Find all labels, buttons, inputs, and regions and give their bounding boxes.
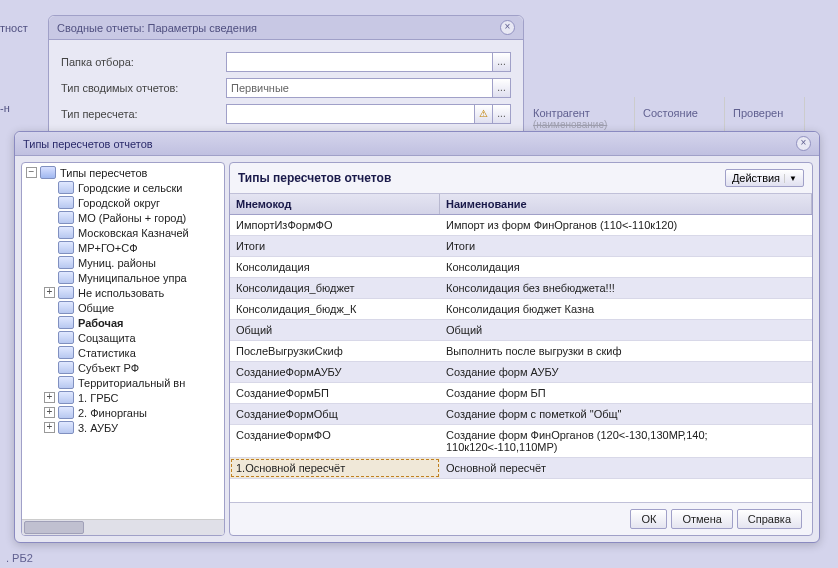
folder-icon [58,271,74,284]
tree-root[interactable]: − Типы пересчетов [22,165,224,180]
tree-item-label: Городские и сельски [78,182,182,194]
folder-icon [58,346,74,359]
tree-item-label: 2. Финорганы [78,407,147,419]
table-row[interactable]: Консолидация_бюдж_ККонсолидация бюджет К… [230,299,812,320]
table-row[interactable]: СозданиеФормОбщСоздание форм с пометкой … [230,404,812,425]
actions-button[interactable]: Действия ▼ [725,169,804,187]
tree-item-label: Статистика [78,347,136,359]
recalc-type-label: Тип пересчета: [61,108,226,120]
tree-item-label: Территориальный вн [78,377,185,389]
tree-item-label: Общие [78,302,114,314]
warning-icon[interactable]: ⚠ [475,104,493,124]
tree-item[interactable]: Муниц. районы [22,255,224,270]
cell-mnemocode: Общий [230,320,440,340]
horizontal-scrollbar[interactable] [22,519,224,535]
cell-name: Импорт из форм ФинОрганов (110<-110к120) [440,215,812,235]
tree-item-label: Московская Казначей [78,227,189,239]
folder-icon [58,316,74,329]
tree-item-label: Муниципальное упра [78,272,187,284]
cell-name: Общий [440,320,812,340]
table-row[interactable]: СозданиеФормАУБУСоздание форм АУБУ [230,362,812,383]
tree-panel: − Типы пересчетов Городские и сельскиГор… [21,162,225,536]
cell-name: Консолидация без внебюджета!!! [440,278,812,298]
table-row[interactable]: ПослеВыгрузкиСкифВыполнить после выгрузк… [230,341,812,362]
recalc-picker-button[interactable]: ... [493,104,511,124]
folder-picker-button[interactable]: ... [493,52,511,72]
tree-item[interactable]: Статистика [22,345,224,360]
tree-item-label: МО (Районы + город) [78,212,186,224]
tree-item[interactable]: Муниципальное упра [22,270,224,285]
help-button[interactable]: Справка [737,509,802,529]
folder-icon [58,226,74,239]
table-row[interactable]: КонсолидацияКонсолидация [230,257,812,278]
cell-mnemocode: СозданиеФормБП [230,383,440,403]
expand-icon[interactable]: + [44,407,55,418]
folder-icon [58,211,74,224]
tree-item-label: 1. ГРБС [78,392,119,404]
tree-item-label: Не использовать [78,287,164,299]
folder-icon [58,361,74,374]
table-row[interactable]: СозданиеФормБПСоздание форм БП [230,383,812,404]
bottom-fragment: . РБ2 [6,552,33,564]
tree-item-label: Соцзащита [78,332,136,344]
folder-input[interactable] [226,52,493,72]
table-row[interactable]: ИмпортИзФормФОИмпорт из форм ФинОрганов … [230,215,812,236]
folder-icon [58,241,74,254]
table-row[interactable]: 1.Основной пересчётОсновной пересчёт [230,458,812,479]
folder-label: Папка отбора: [61,56,226,68]
tree-item[interactable]: +1. ГРБС [22,390,224,405]
table-row[interactable]: ОбщийОбщий [230,320,812,341]
cell-name: Основной пересчёт [440,458,812,478]
collapse-icon[interactable]: − [26,167,37,178]
table-row[interactable]: СозданиеФормФОСоздание форм ФинОрганов (… [230,425,812,458]
folder-icon [58,331,74,344]
tree-item[interactable]: МО (Районы + город) [22,210,224,225]
recalc-type-input[interactable] [226,104,475,124]
folder-icon [58,406,74,419]
cell-mnemocode: Консолидация [230,257,440,277]
table-row[interactable]: ИтогиИтоги [230,236,812,257]
tree-item[interactable]: Субъект РФ [22,360,224,375]
tree-item[interactable]: Соцзащита [22,330,224,345]
folder-icon [58,181,74,194]
tree-item[interactable]: Рабочая [22,315,224,330]
chevron-down-icon: ▼ [784,174,797,183]
tree-item[interactable]: +2. Финорганы [22,405,224,420]
cell-mnemocode: СозданиеФормФО [230,425,440,457]
expand-icon[interactable]: + [44,287,55,298]
cell-name: Создание форм БП [440,383,812,403]
cell-name: Создание форм с пометкой "Общ" [440,404,812,424]
tree-item[interactable]: МР+ГО+СФ [22,240,224,255]
grid-panel: Типы пересчетов отчетов Действия ▼ Мнемо… [229,162,813,536]
tree-item[interactable]: Территориальный вн [22,375,224,390]
recalc-types-dialog: Типы пересчетов отчетов × − Типы пересче… [14,131,820,543]
cell-mnemocode: ИмпортИзФормФО [230,215,440,235]
tree-item[interactable]: Городские и сельски [22,180,224,195]
dialog-title: Типы пересчетов отчетов [23,138,153,150]
tree-item[interactable]: +3. АУБУ [22,420,224,435]
expand-icon[interactable]: + [44,392,55,403]
ok-button[interactable]: ОК [630,509,667,529]
report-type-input[interactable] [226,78,493,98]
tree-item-label: Субъект РФ [78,362,139,374]
cancel-button[interactable]: Отмена [671,509,732,529]
folder-icon [58,421,74,434]
grid-title: Типы пересчетов отчетов [238,171,391,185]
tree-item[interactable]: Общие [22,300,224,315]
column-name[interactable]: Наименование [440,194,812,214]
close-icon[interactable]: × [796,136,811,151]
left-edge-fragments: тност [0,22,18,52]
tree-item[interactable]: Городской округ [22,195,224,210]
column-mnemocode[interactable]: Мнемокод [230,194,440,214]
table-row[interactable]: Консолидация_бюджетКонсолидация без внеб… [230,278,812,299]
tree-item[interactable]: +Не использовать [22,285,224,300]
expand-icon[interactable]: + [44,422,55,433]
cell-name: Выполнить после выгрузки в скиф [440,341,812,361]
report-type-label: Тип сводимых отчетов: [61,82,226,94]
tree-item-label: Городской округ [78,197,160,209]
tree-item-label: Муниц. районы [78,257,156,269]
close-icon[interactable]: × [500,20,515,35]
report-type-picker-button[interactable]: ... [493,78,511,98]
cell-mnemocode: Итоги [230,236,440,256]
tree-item[interactable]: Московская Казначей [22,225,224,240]
